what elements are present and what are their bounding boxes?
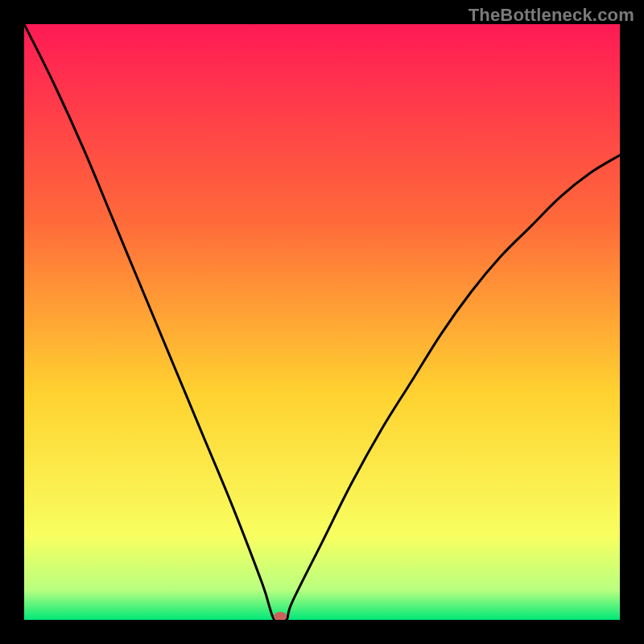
- chart-frame: { "watermark": "TheBottleneck.com", "col…: [0, 0, 644, 644]
- watermark-text: TheBottleneck.com: [469, 5, 634, 26]
- plot-area: [24, 24, 620, 620]
- gradient-background: [24, 24, 620, 620]
- bottleneck-chart: [24, 24, 620, 620]
